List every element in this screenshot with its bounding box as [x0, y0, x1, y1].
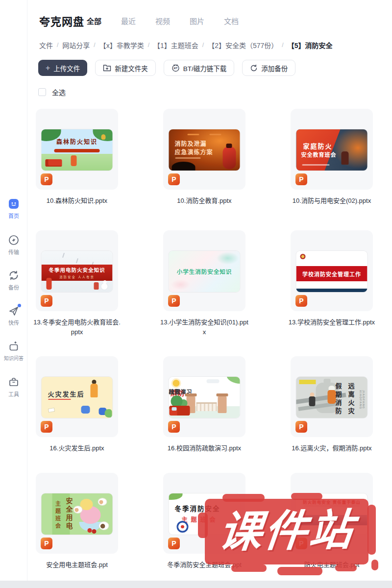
breadcrumb-item[interactable]: 文件 — [39, 40, 53, 50]
backup-icon — [8, 270, 20, 281]
file-card[interactable]: 冬季消防安全 主题班会 P 冬季消防安全主题班会.ppt — [141, 473, 268, 570]
tab-recent[interactable]: 最近 — [121, 16, 136, 26]
ppt-file-type-badge: P — [295, 173, 307, 185]
thumb-subtitle: 消防安全 人人有责 — [59, 274, 95, 279]
select-all-checkbox[interactable] — [38, 88, 46, 96]
file-card[interactable]: 家庭防火 安全教育班会 P 10.消防与用电安全(02).pptx — [268, 109, 392, 206]
file-name[interactable]: 16.校园消防疏散演习.pptx — [160, 443, 249, 453]
sheep-graphic — [74, 506, 82, 513]
file-card[interactable]: 学校消防安全管理工作 P 13.学校消防安全管理工作.pptx — [268, 230, 392, 327]
thumb-decor — [299, 380, 316, 384]
thumb-title: 防火防电安全 责任重于泰山 — [296, 499, 368, 505]
file-card[interactable]: 森林防火知识 P 10.森林防火知识.pptx — [13, 109, 141, 206]
file-thumbnail: 森林防火知识 — [42, 129, 113, 171]
file-card[interactable]: 防火防电安全 责任重于泰山 P 防火电主题班会.ppt — [268, 473, 392, 570]
sidebar-item-tools[interactable]: 工具 — [0, 376, 27, 398]
file-name[interactable]: 13.冬季安全用电防火教育班会.pptx — [32, 318, 122, 337]
thumb-title: 应急演练方案 — [175, 147, 213, 156]
ppt-file-type-badge: P — [168, 173, 180, 185]
file-card-tile[interactable]: 学校消防安全管理工作 P — [291, 230, 373, 311]
ppt-file-type-badge: P — [168, 538, 180, 549]
file-name[interactable]: 防火电主题班会.ppt — [287, 560, 376, 570]
tab-image[interactable]: 图片 — [190, 16, 204, 26]
file-card[interactable]: 主题班会 安全用电 P 安全用电主题班会.ppt — [13, 473, 141, 570]
file-name[interactable]: 10.消防与用电安全(02).pptx — [287, 196, 376, 206]
file-card-tile[interactable]: 消防及泄漏 应急演练方案 P — [163, 109, 245, 190]
transfer-icon — [8, 234, 20, 246]
file-card[interactable]: 消防及泄漏 应急演练方案 P 10.消防全教育.pptx — [141, 109, 268, 206]
new-folder-button[interactable]: 新建文件夹 — [95, 60, 156, 76]
file-card-tile[interactable]: 校园消防疏散演习 P — [163, 356, 245, 437]
file-card-tile[interactable]: 假期消防 远离火灾 JIAOFANG XIAOFANG P — [291, 356, 373, 437]
file-name[interactable]: 16.火灾发生后.pptx — [32, 443, 122, 453]
sidebar-item-backup[interactable]: 备份 — [0, 270, 27, 291]
ppt-file-type-badge: P — [295, 538, 307, 549]
breadcrumb-item[interactable]: 【x】非教学类 — [99, 40, 144, 50]
file-name[interactable]: 10.森林防火知识.pptx — [32, 196, 122, 206]
file-name[interactable]: 冬季消防安全主题班会.ppt — [160, 560, 249, 570]
file-card-tile[interactable]: 防火防电安全 责任重于泰山 P — [291, 473, 373, 554]
file-name[interactable]: 10.消防全教育.pptx — [160, 196, 249, 206]
sidebar-item-label: 备份 — [0, 283, 27, 291]
file-card-tile[interactable]: 冬季消防安全 主题班会 P — [163, 473, 245, 554]
thumb-decor — [217, 252, 239, 265]
file-card[interactable]: 校园消防疏散演习 P 16.校园消防疏散演习.pptx — [141, 356, 268, 453]
upload-file-button[interactable]: + 上传文件 — [38, 60, 87, 76]
thumb-decor — [207, 379, 220, 383]
ppt-file-type-badge: P — [41, 173, 52, 185]
notification-dot — [18, 304, 21, 307]
vertical-title: 假期消防 远离火灾 — [334, 383, 356, 416]
sidebar-item-transfer[interactable]: 传输 — [0, 234, 27, 256]
ppt-file-type-badge: P — [168, 421, 180, 433]
file-card-tile[interactable]: 火灾发生后 P — [36, 356, 118, 437]
breadcrumb-separator: / — [148, 42, 149, 49]
quark-drive-page: 首页 传输 备份 快传 — [0, 0, 392, 588]
plus-icon: + — [46, 64, 50, 73]
sun-graphic — [173, 380, 180, 387]
file-card-tile[interactable]: 森林防火知识 P — [36, 109, 118, 190]
gate-graphic — [196, 402, 217, 411]
breadcrumb-item[interactable]: 网站分享 — [62, 40, 90, 50]
thumb-title: 家庭防火 — [303, 141, 333, 150]
breadcrumb-item[interactable]: 【2】安全类（577份） — [208, 40, 278, 50]
file-card-tile[interactable]: 主题班会 安全用电 P — [36, 473, 118, 554]
toolbar: + 上传文件 新建文件夹 BT BT/磁力链下载 添加备份 — [38, 60, 295, 76]
tab-video[interactable]: 视频 — [155, 16, 170, 26]
file-name[interactable]: 安全用电主题班会.ppt — [32, 560, 122, 570]
tab-all[interactable]: 全部 — [87, 16, 101, 26]
file-thumbnail: 消防及泄漏 应急演练方案 — [169, 129, 240, 171]
sidebar-item-knowledge-qa[interactable]: 知识问答 — [0, 341, 27, 362]
app-logo[interactable]: 夸克网盘 — [39, 13, 84, 28]
tab-doc[interactable]: 文档 — [224, 16, 239, 26]
refresh-icon — [250, 64, 258, 72]
file-name[interactable]: 13.小学生消防安全知识(01).pptx — [160, 318, 249, 337]
bt-magnet-download-button[interactable]: BT BT/磁力链下载 — [164, 60, 235, 76]
file-card-tile[interactable]: 家庭防火 安全教育班会 P — [291, 109, 373, 190]
ppt-file-type-badge: P — [41, 421, 52, 433]
file-card-tile[interactable]: 冬季用电防火安全知识 消防安全 人人有责 P — [36, 230, 118, 311]
thumb-decor — [169, 493, 183, 500]
file-card[interactable]: 小学生消防安全知识 P 13.小学生消防安全知识(01).pptx — [141, 230, 268, 337]
sidebar-item-home[interactable]: 首页 — [0, 198, 27, 220]
sidebar-item-label: 知识问答 — [0, 354, 27, 362]
file-card[interactable]: 冬季用电防火安全知识 消防安全 人人有责 P 13.冬季安全用电防火教育班会.p… — [13, 230, 141, 337]
file-card[interactable]: 火灾发生后 P 16.火灾发生后.pptx — [13, 356, 141, 453]
folder-plus-icon — [103, 64, 111, 72]
thumb-title: 火灾发生后 — [48, 389, 85, 398]
sidebar-item-label: 工具 — [0, 390, 27, 398]
sidebar-item-label: 首页 — [0, 212, 27, 220]
thumb-decor — [49, 399, 71, 400]
file-card[interactable]: 假期消防 远离火灾 JIAOFANG XIAOFANG P 16.远离火灾，假期… — [268, 356, 392, 453]
breadcrumb-item[interactable]: 【1】主题班会 — [153, 40, 198, 50]
file-card-tile[interactable]: 小学生消防安全知识 P — [163, 230, 245, 311]
home-smiley-icon — [8, 198, 20, 210]
sidebar-item-quick-send[interactable]: 快传 — [0, 305, 27, 326]
file-name[interactable]: 16.远离火灾，假期消防.pptx — [287, 443, 376, 453]
add-backup-button[interactable]: 添加备份 — [242, 60, 295, 76]
bt-download-label: BT/磁力链下载 — [183, 63, 227, 73]
sidebar-item-label: 快传 — [0, 318, 27, 326]
file-name[interactable]: 13.学校消防安全管理工作.pptx — [287, 318, 376, 327]
thumb-subtitle: JIAOFANG XIAOFANG — [359, 381, 365, 418]
svg-text:BT: BT — [173, 67, 177, 70]
red-banner: 学校消防安全管理工作 — [296, 266, 368, 281]
